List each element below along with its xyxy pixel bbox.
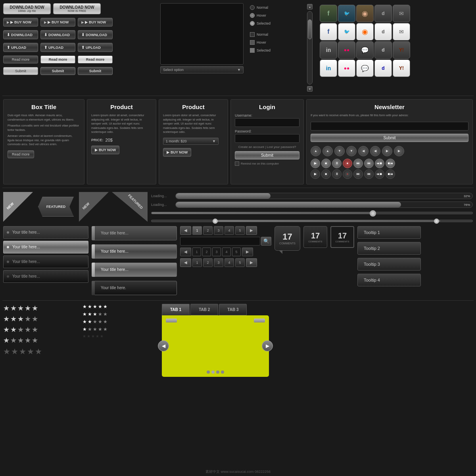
mc-play-2[interactable]: ▶ [311,169,320,179]
mc-skip-start-2[interactable]: ⏹⏮ [386,169,395,179]
submit-button-3[interactable]: Submit [78,67,113,75]
page-btn-1c[interactable]: 1 [192,258,202,267]
social-tw-light-1[interactable]: 🐦 [338,23,355,40]
scroll-up-arrow[interactable]: ▲ [307,4,313,10]
radio-hover[interactable] [250,13,255,18]
mc-skip-end-2[interactable]: ⏭⏹ [375,169,384,179]
star-s-2-5[interactable]: ★ [103,311,107,317]
star-5-5[interactable]: ★ [35,347,42,356]
social-flickr-dark[interactable]: ●● [338,41,355,59]
star-2-4[interactable]: ★ [25,315,31,323]
buy-now-product-2[interactable]: ▶ BUY NOW [163,148,191,157]
page-btn-5c[interactable]: 5 [235,258,245,267]
page-btn-2b[interactable]: 2 [202,248,211,256]
nav-right-1[interactable]: ▶ [382,146,392,156]
star-s-3-4[interactable]: ★ [98,319,102,324]
nav-left-2[interactable]: ◀ [370,146,380,156]
slider-thumb-2a[interactable] [213,219,218,224]
dropdown-button[interactable]: Select option ▼ [160,66,244,73]
checkbox-hover[interactable] [250,40,255,45]
postit-dot-4[interactable] [221,370,224,374]
postit-dot-1[interactable] [207,370,210,374]
password-input[interactable] [235,134,299,143]
checkbox-normal[interactable] [250,32,255,37]
tab-1[interactable]: TAB 1 [162,304,190,315]
star-s-1-1[interactable]: ★ [83,304,87,309]
star-4-2[interactable]: ★ [10,336,17,345]
star-4-4[interactable]: ★ [25,336,31,345]
star-3-5[interactable]: ★ [32,325,38,334]
star-s-4-2[interactable]: ★ [88,326,92,332]
postit-prev-btn[interactable]: ◀ [158,340,169,351]
upload-button-3[interactable]: ⬆ UPLOAD [78,43,113,52]
upload-button-1[interactable]: ⬆ UPLOAD [3,43,38,52]
read-more-button-2[interactable]: Read more [40,56,75,63]
mc-prev-1[interactable]: ⏮ [364,159,374,168]
mc-prev-2[interactable]: ⏮ [364,169,374,179]
social-digg-light-1[interactable]: d [374,23,392,40]
star-s-4-4[interactable]: ★ [98,326,102,332]
nav-down-1[interactable]: ▼ [334,146,345,156]
star-s-4-1[interactable]: ★ [83,326,87,332]
tab-2[interactable]: TAB 2 [190,304,218,315]
star-s-3-3[interactable]: ★ [93,319,97,324]
page-btn-5a[interactable]: 5 [235,226,245,235]
dark-textarea[interactable] [160,3,244,65]
star-s-2-1[interactable]: ★ [83,311,87,317]
download-button-3[interactable]: ⬇ DOWNLOAD [78,30,113,39]
star-3-3[interactable]: ★ [17,325,24,334]
star-2-5[interactable]: ★ [32,315,38,323]
mc-next-1[interactable]: ⏭ [353,159,363,168]
create-account-link[interactable]: Create an account [238,145,264,149]
star-1-3[interactable]: ★ [17,304,24,313]
page-btn-3c[interactable]: 3 [214,258,223,267]
mc-stop-2[interactable]: ■ [321,169,331,179]
tooltip-3[interactable]: Tooltip 3 [357,258,421,271]
star-5-2[interactable]: ★ [11,347,18,356]
social-tw-dark-1[interactable]: 🐦 [338,5,355,22]
postit-dot-2[interactable] [211,370,215,374]
social-digg-dark-2[interactable]: d [374,41,392,59]
page-btn-4c[interactable]: 4 [225,258,234,267]
page-btn-2c[interactable]: 2 [203,258,213,267]
star-s-3-5[interactable]: ★ [103,319,107,324]
nav-up-1[interactable]: ▲ [311,146,321,156]
login-submit-button[interactable]: Submit [235,151,299,159]
mc-rec-2[interactable]: ● [343,169,352,179]
page-left-arrow-1[interactable]: ◀ [180,226,191,235]
checkbox-selected[interactable] [250,48,255,53]
page-left-arrow-2[interactable]: ◀ [180,248,191,256]
mc-rec-1[interactable]: ● [343,159,352,168]
submit-button-1[interactable]: Submit [3,67,38,75]
star-2-2[interactable]: ★ [10,315,17,323]
social-li-dark[interactable]: in [320,41,337,59]
star-s-5-5[interactable]: ★ [100,334,104,338]
star-s-1-4[interactable]: ★ [98,304,102,309]
newsletter-email-input[interactable] [311,122,468,131]
tab-3[interactable]: TAB 3 [219,304,247,315]
box-read-more-button[interactable]: Read more [8,150,34,158]
lost-password-link[interactable]: Lost your password? [267,145,296,149]
newsletter-submit-button[interactable]: Submit [311,134,468,142]
star-s-3-2[interactable]: ★ [88,319,92,324]
search-button[interactable]: 🔍 [261,237,271,246]
star-s-4-5[interactable]: ★ [103,326,107,332]
mc-skip-start-1[interactable]: ⏹⏮ [386,159,395,168]
username-input[interactable] [235,118,299,127]
buy-now-product-1[interactable]: ▶ BUY NOW [91,146,119,154]
search-input-box[interactable] [180,237,260,246]
star-3-1[interactable]: ★ [3,325,10,334]
star-s-1-2[interactable]: ★ [88,304,92,309]
buy-now-button-2[interactable]: ▶ BUY NOW [40,18,75,27]
social-fb-light-1[interactable]: f [320,23,337,40]
remember-checkbox[interactable] [235,161,239,166]
star-s-5-3[interactable]: ★ [91,334,95,338]
slider-thumb-1[interactable] [370,210,376,217]
social-mail-dark-1[interactable]: ✉ [393,5,410,22]
social-fb-dark-1[interactable]: f [320,5,337,22]
page-btn-1a[interactable]: 1 [192,226,202,235]
download-now-button-2[interactable]: DOWNLOAD NOW NOW IS FREE [53,3,101,14]
mc-play-1[interactable]: ▶ [311,159,320,168]
title-curve-4[interactable]: Your title here. [92,281,177,295]
star-2-3[interactable]: ★ [17,315,24,323]
